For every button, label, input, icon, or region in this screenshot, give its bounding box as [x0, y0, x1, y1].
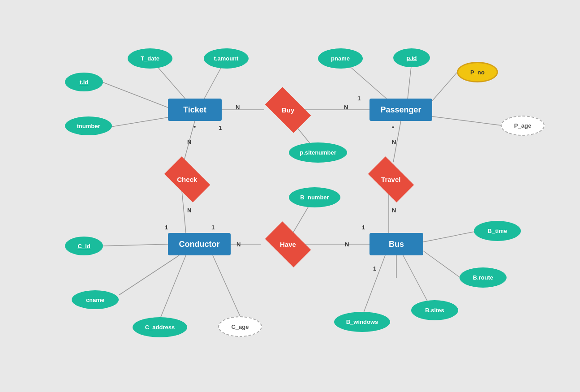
svg-line-18: [102, 244, 168, 246]
attr-c-address: C_address: [133, 317, 187, 337]
attr-cname: cname: [72, 290, 119, 309]
attr-pname: pname: [318, 48, 363, 69]
attr-p-id: p.id: [393, 48, 430, 67]
attr-c-id: C_id: [65, 237, 103, 255]
card-cond-1a: 1: [165, 224, 168, 231]
svg-line-2: [102, 82, 168, 108]
attr-b-time: B_time: [474, 221, 521, 241]
attr-c-age: C_age: [218, 316, 262, 337]
svg-line-22: [423, 232, 475, 242]
card-cond-1b: 1: [211, 224, 215, 231]
attr-b-sites: B.sites: [411, 300, 458, 320]
card-have-n2: N: [345, 241, 349, 248]
svg-line-9: [432, 116, 502, 125]
entity-passenger[interactable]: Passenger: [369, 99, 432, 121]
svg-line-21: [213, 255, 241, 317]
card-pass-star: *: [392, 125, 394, 131]
er-diagram: Ticket Passenger Conductor Bus Buy Check…: [0, 0, 580, 392]
svg-line-23: [423, 251, 460, 278]
card-buy-n1: N: [236, 104, 240, 111]
card-pass-n: N: [392, 139, 396, 146]
attr-b-windows: B_windows: [334, 312, 390, 332]
attr-p-no: P_no: [457, 62, 498, 82]
attr-t-id: t.id: [65, 73, 103, 91]
entity-bus[interactable]: Bus: [369, 233, 423, 255]
attr-p-age: P_age: [501, 116, 545, 136]
relation-check[interactable]: Check: [164, 156, 211, 202]
card-bus-1b: 1: [373, 265, 376, 272]
attr-tnumber: tnumber: [65, 116, 112, 135]
svg-line-19: [119, 255, 179, 295]
svg-line-24: [403, 255, 430, 306]
svg-line-20: [160, 255, 186, 318]
entity-conductor[interactable]: Conductor: [168, 233, 231, 255]
card-ticket-1: 1: [219, 125, 222, 131]
card-buy-1: 1: [357, 95, 361, 102]
svg-line-25: [362, 255, 385, 317]
card-bus-1a: 1: [362, 224, 365, 231]
card-travel-n: N: [392, 207, 396, 214]
attr-p-sitenumber: p.sitenumber: [289, 142, 347, 163]
attr-b-route: B.route: [460, 267, 507, 288]
svg-line-3: [111, 117, 168, 127]
relation-have[interactable]: Have: [265, 221, 311, 267]
card-have-n1: N: [236, 241, 241, 248]
svg-line-8: [432, 73, 457, 101]
relation-travel[interactable]: Travel: [368, 156, 414, 202]
attr-t-amount: t.amount: [204, 48, 249, 69]
card-buy-n2: N: [344, 104, 348, 111]
card-ticket-star: *: [193, 125, 196, 131]
entity-ticket[interactable]: Ticket: [168, 99, 222, 121]
card-check-n-top: N: [187, 139, 191, 146]
relation-buy[interactable]: Buy: [265, 87, 311, 133]
attr-t-date: T_date: [128, 48, 172, 69]
attr-b-number: B_number: [289, 187, 340, 207]
card-check-n-bot: N: [187, 207, 191, 214]
